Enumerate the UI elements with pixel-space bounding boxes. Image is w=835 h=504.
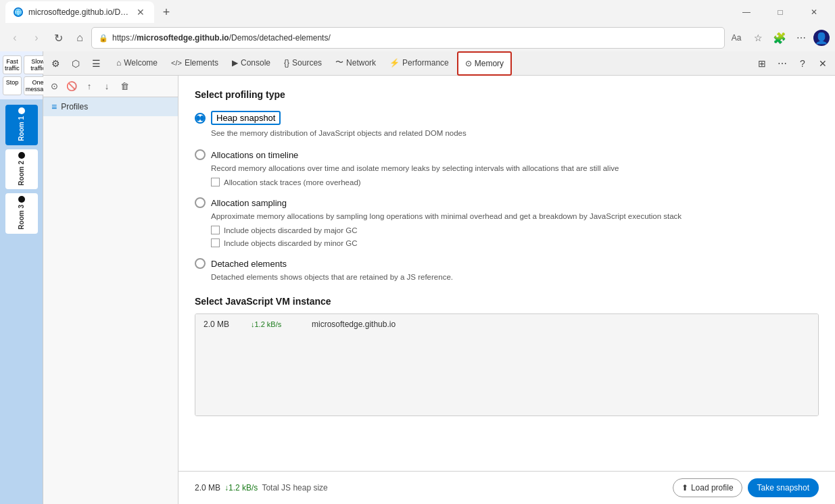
- heap-snapshot-label: Heap snapshot: [211, 111, 281, 125]
- profile-button[interactable]: 👤: [813, 30, 830, 46]
- room-2-label: Room 2: [18, 161, 25, 186]
- detached-elements-radio[interactable]: [195, 258, 206, 269]
- vm-instance-row[interactable]: 2.0 MB ↓1.2 kB/s microsoftedge.github.io: [195, 314, 818, 334]
- room-1-item[interactable]: Room 1: [5, 105, 38, 145]
- profiles-label: Profiles: [61, 102, 88, 111]
- allocations-timeline-label: Allocations on timeline: [211, 150, 298, 160]
- extensions-button[interactable]: 🧩: [770, 28, 789, 47]
- tab-network-label: Network: [346, 58, 376, 68]
- heap-snapshot-radio[interactable]: [195, 113, 206, 124]
- tab-network[interactable]: 〜 Network: [329, 51, 383, 76]
- memory-footer: 2.0 MB ↓1.2 kB/s Total JS heap size ⬆ Lo…: [178, 471, 835, 504]
- allocation-stack-traces-label: Allocation stack traces (more overhead): [224, 178, 361, 186]
- devtools-toolbar: ⚙ ⬡ ☰ ⌂ Welcome </> Elements ▶ Console: [43, 51, 835, 76]
- tab-memory[interactable]: ⊙ Memory: [457, 51, 512, 76]
- close-window-button[interactable]: ✕: [798, 1, 830, 23]
- load-profile-icon: ⬆: [682, 483, 688, 493]
- devtools-dock-icon[interactable]: ⬡: [66, 54, 85, 73]
- forward-button[interactable]: ›: [27, 28, 46, 47]
- footer-actions: ⬆ Load profile Take snapshot: [673, 478, 819, 497]
- devtools-help-button[interactable]: ?: [793, 54, 812, 73]
- take-snapshot-button[interactable]: Take snapshot: [748, 478, 819, 497]
- room-3-item[interactable]: Room 3: [5, 193, 38, 234]
- tab-performance-label: Performance: [402, 58, 449, 68]
- browser-window: 🌐 microsoftedge.github.io/Demos/d ✕ + — …: [0, 0, 835, 504]
- tab-console[interactable]: ▶ Console: [225, 51, 277, 76]
- memory-left-toolbar: ⊙ 🚫 ↑ ↓ 🗑: [43, 76, 178, 97]
- tab-memory-label: Memory: [475, 59, 504, 68]
- browser-tab[interactable]: 🌐 microsoftedge.github.io/Demos/d ✕: [5, 1, 154, 23]
- address-field[interactable]: 🔒 https://microsoftedge.github.io/Demos/…: [92, 28, 724, 48]
- fast-traffic-button[interactable]: Fast traffic: [3, 55, 22, 74]
- tab-bar: 🌐 microsoftedge.github.io/Demos/d ✕ + — …: [0, 0, 835, 24]
- minor-gc-checkbox[interactable]: [211, 238, 220, 247]
- heap-snapshot-label-box: Heap snapshot: [211, 111, 281, 125]
- tab-sources-label: Sources: [292, 58, 322, 68]
- maximize-button[interactable]: □: [765, 1, 796, 23]
- traffic-controls: Fast traffic Slow traffic Stop One messa…: [0, 51, 43, 99]
- tab-performance[interactable]: ⚡ Performance: [383, 51, 456, 76]
- vm-size: 2.0 MB: [204, 320, 237, 329]
- sources-icon: {}: [284, 58, 289, 68]
- devtools-settings-icon[interactable]: ⚙: [46, 54, 65, 73]
- download-button[interactable]: ↓: [99, 78, 115, 95]
- address-bar: ‹ › ↻ ⌂ 🔒 https://microsoftedge.github.i…: [0, 24, 835, 51]
- room-3-label: Room 3: [18, 205, 25, 230]
- tab-close-button[interactable]: ✕: [135, 7, 146, 18]
- memory-icon: ⊙: [465, 59, 472, 68]
- tab-title: microsoftedge.github.io/Demos/d: [28, 7, 130, 17]
- welcome-icon: ⌂: [116, 58, 121, 68]
- home-button[interactable]: ⌂: [70, 28, 89, 47]
- profiles-list-item[interactable]: ≡ Profiles: [43, 97, 178, 116]
- room-3-dot: [18, 196, 25, 203]
- vm-url: microsoftedge.github.io: [312, 320, 396, 329]
- detached-elements-header: Detached elements: [195, 258, 819, 269]
- room-2-item[interactable]: Room 2: [5, 149, 38, 190]
- allocations-timeline-option: Allocations on timeline Record memory al…: [195, 149, 819, 186]
- allocation-sampling-desc: Approximate memory allocations by sampli…: [211, 211, 819, 222]
- allocations-timeline-radio[interactable]: [195, 149, 206, 160]
- back-button[interactable]: ‹: [5, 28, 24, 47]
- tab-welcome[interactable]: ⌂ Welcome: [110, 51, 164, 76]
- allocations-timeline-header: Allocations on timeline: [195, 149, 819, 160]
- footer-rate: ↓1.2 kB/s: [224, 483, 258, 493]
- heap-snapshot-option: Heap snapshot See the memory distributio…: [195, 111, 819, 138]
- select-profiling-title: Select profiling type: [195, 89, 819, 100]
- new-tab-button[interactable]: +: [157, 3, 176, 22]
- minimize-button[interactable]: —: [731, 1, 762, 23]
- allocation-stack-traces-item: Allocation stack traces (more overhead): [211, 178, 819, 186]
- tab-sources[interactable]: {} Sources: [277, 51, 329, 76]
- new-panel-button[interactable]: ⊞: [753, 54, 771, 73]
- tab-elements-label: Elements: [185, 58, 218, 68]
- load-profile-button[interactable]: ⬆ Load profile: [673, 478, 742, 497]
- favorites-button[interactable]: ☆: [748, 28, 767, 47]
- allocation-stack-traces-checkbox[interactable]: [211, 178, 220, 186]
- detached-elements-option: Detached elements Detached elements show…: [195, 258, 819, 282]
- more-tabs-button[interactable]: ⋯: [773, 54, 792, 73]
- window-controls: — □ ✕: [731, 1, 830, 23]
- allocation-sampling-label: Allocation sampling: [211, 198, 287, 208]
- network-icon: 〜: [335, 57, 343, 68]
- detached-elements-label: Detached elements: [211, 259, 287, 269]
- rooms-list: Room 1 Room 2 Room 3: [0, 99, 43, 504]
- browser-menu-button[interactable]: ⋯: [792, 28, 811, 47]
- tab-elements[interactable]: </> Elements: [164, 51, 225, 76]
- devtools-menu-icon[interactable]: ☰: [87, 54, 105, 73]
- clear-button[interactable]: 🚫: [64, 78, 80, 95]
- upload-button[interactable]: ↑: [81, 78, 97, 95]
- refresh-button[interactable]: ↻: [49, 28, 68, 47]
- devtools-panel: ⚙ ⬡ ☰ ⌂ Welcome </> Elements ▶ Console: [43, 51, 835, 504]
- allocations-timeline-desc: Record memory allocations over time and …: [211, 163, 819, 174]
- vm-rate: ↓1.2 kB/s: [251, 320, 298, 328]
- reader-view-button[interactable]: Aa: [727, 28, 746, 47]
- delete-button[interactable]: 🗑: [116, 78, 133, 95]
- memory-right-scroll: Select profiling type Heap snapshot: [178, 76, 835, 471]
- stop-button[interactable]: Stop: [3, 76, 22, 95]
- profiles-icon: ≡: [51, 101, 57, 112]
- devtools-close-button[interactable]: ✕: [813, 54, 832, 73]
- allocation-sampling-radio[interactable]: [195, 197, 206, 208]
- detached-elements-desc: Detached elements shows objects that are…: [211, 272, 819, 282]
- heap-snapshot-desc: See the memory distribution of JavaScrip…: [211, 128, 819, 138]
- major-gc-checkbox[interactable]: [211, 226, 220, 234]
- record-button[interactable]: ⊙: [46, 78, 62, 95]
